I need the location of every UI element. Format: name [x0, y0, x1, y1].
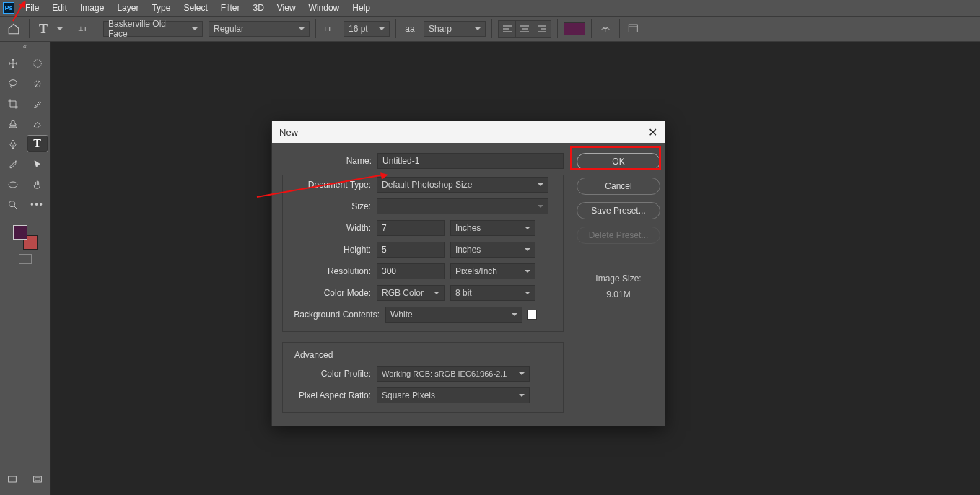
more-tools[interactable]: •••	[27, 196, 48, 214]
name-label: Name:	[282, 156, 377, 166]
eyedropper-tool[interactable]	[3, 156, 23, 173]
app-logo-icon: Ps	[3, 2, 14, 14]
svg-text:⊥T: ⊥T	[78, 25, 88, 32]
stamp-tool[interactable]	[3, 115, 23, 133]
resolution-input[interactable]	[377, 263, 445, 279]
lasso-tool[interactable]	[3, 75, 23, 92]
menu-3d[interactable]: 3D	[246, 0, 270, 16]
menu-window[interactable]: Window	[302, 0, 346, 16]
name-input[interactable]	[377, 153, 564, 169]
image-size-value: 9.01M	[595, 287, 641, 303]
delete-preset-button: Delete Preset...	[577, 227, 660, 244]
menu-select[interactable]: Select	[177, 0, 214, 16]
antialias-select[interactable]: Sharp	[424, 21, 486, 37]
character-panel-icon[interactable]	[626, 21, 642, 37]
font-style-value: Regular	[214, 24, 244, 34]
font-family-select[interactable]: Baskerville Old Face	[103, 21, 203, 37]
color-mode-select[interactable]: RGB Color	[377, 285, 445, 301]
bg-contents-value: White	[390, 310, 413, 320]
crop-tool[interactable]	[3, 95, 23, 113]
screen-mode-toggle[interactable]	[27, 470, 48, 488]
dialog-title: New	[279, 127, 298, 138]
move-tool[interactable]	[3, 55, 23, 72]
zoom-tool[interactable]	[3, 196, 23, 214]
resolution-unit-value: Pixels/Inch	[455, 266, 497, 276]
svg-point-6	[9, 80, 17, 86]
antialias-icon: aa	[402, 21, 418, 37]
brush-tool[interactable]	[27, 95, 48, 113]
doctype-select[interactable]: Default Photoshop Size	[377, 177, 548, 193]
collapse-panels-icon[interactable]: «	[0, 42, 50, 51]
menu-layer[interactable]: Layer	[110, 0, 145, 16]
separator	[97, 19, 97, 38]
text-align-group	[498, 20, 551, 38]
home-icon[interactable]	[4, 19, 23, 38]
text-orientation-icon[interactable]: ⊥T	[75, 21, 91, 37]
bg-contents-select[interactable]: White	[385, 307, 522, 323]
height-input[interactable]	[377, 242, 445, 258]
path-select-tool[interactable]	[27, 156, 48, 173]
menu-view[interactable]: View	[271, 0, 302, 16]
quick-select-tool[interactable]	[27, 75, 48, 92]
text-color-swatch[interactable]	[564, 22, 585, 35]
type-tool[interactable]: T	[27, 136, 48, 152]
menu-file[interactable]: File	[19, 0, 45, 16]
width-unit-select[interactable]: Inches	[450, 220, 535, 236]
menu-type[interactable]: Type	[145, 0, 177, 16]
font-size-select[interactable]: 16 pt	[344, 21, 390, 37]
align-left-button[interactable]	[499, 21, 516, 37]
menu-filter[interactable]: Filter	[214, 0, 247, 16]
ok-button[interactable]: OK	[577, 153, 660, 170]
screen-mode-standard[interactable]	[2, 470, 22, 488]
menu-edit[interactable]: Edit	[45, 0, 74, 16]
menu-bar: Ps File Edit Image Layer Type Select Fil…	[0, 0, 980, 16]
width-input[interactable]	[377, 220, 445, 236]
antialias-value: Sharp	[429, 24, 452, 34]
close-icon[interactable]: ✕	[648, 126, 657, 139]
bg-contents-label: Background Contents:	[290, 310, 385, 320]
height-unit-value: Inches	[455, 245, 481, 255]
shape-tool[interactable]	[3, 176, 23, 193]
size-label: Size:	[290, 201, 377, 211]
marquee-tool[interactable]	[27, 55, 48, 72]
font-family-value: Baskerville Old Face	[108, 19, 188, 39]
align-center-button[interactable]	[516, 21, 533, 37]
pen-tool[interactable]	[3, 136, 23, 153]
dialog-titlebar: New ✕	[272, 121, 665, 143]
align-right-button[interactable]	[533, 21, 551, 37]
save-preset-button[interactable]: Save Preset...	[577, 202, 660, 219]
font-size-icon: TT	[322, 21, 338, 37]
svg-rect-4	[629, 25, 637, 32]
font-style-select[interactable]: Regular	[209, 21, 310, 37]
resolution-unit-select[interactable]: Pixels/Inch	[450, 263, 535, 279]
foreground-color-swatch[interactable]	[13, 225, 27, 240]
separator	[591, 19, 592, 38]
pixel-aspect-select[interactable]: Square Pixels	[377, 387, 530, 403]
color-depth-value: 8 bit	[455, 288, 472, 298]
hand-tool[interactable]	[27, 176, 48, 193]
cancel-button[interactable]: Cancel	[577, 178, 660, 195]
color-profile-label: Color Profile:	[290, 369, 377, 379]
image-size-readout: Image Size: 9.01M	[595, 271, 641, 302]
color-depth-select[interactable]: 8 bit	[450, 285, 535, 301]
menu-image[interactable]: Image	[74, 0, 110, 16]
svg-text:T: T	[323, 25, 328, 32]
separator	[69, 19, 69, 38]
height-unit-select[interactable]: Inches	[450, 242, 535, 258]
menu-help[interactable]: Help	[346, 0, 377, 16]
eraser-tool[interactable]	[27, 115, 48, 133]
warp-text-icon[interactable]: T	[598, 21, 613, 37]
doctype-label: Document Type:	[290, 180, 377, 190]
color-mode-label: Color Mode:	[290, 288, 377, 298]
foreground-background-colors[interactable]	[13, 225, 38, 250]
svg-point-9	[9, 201, 14, 207]
type-presets-caret-icon[interactable]	[57, 27, 63, 30]
separator	[557, 19, 558, 38]
color-profile-select[interactable]: Working RGB: sRGB IEC61966-2.1	[377, 366, 530, 382]
svg-text:T: T	[603, 27, 608, 34]
separator	[395, 19, 396, 38]
type-tool-icon[interactable]: T	[35, 21, 51, 37]
quick-mask-toggle[interactable]	[0, 254, 50, 264]
svg-point-8	[9, 182, 17, 188]
bg-color-swatch[interactable]	[527, 310, 537, 320]
